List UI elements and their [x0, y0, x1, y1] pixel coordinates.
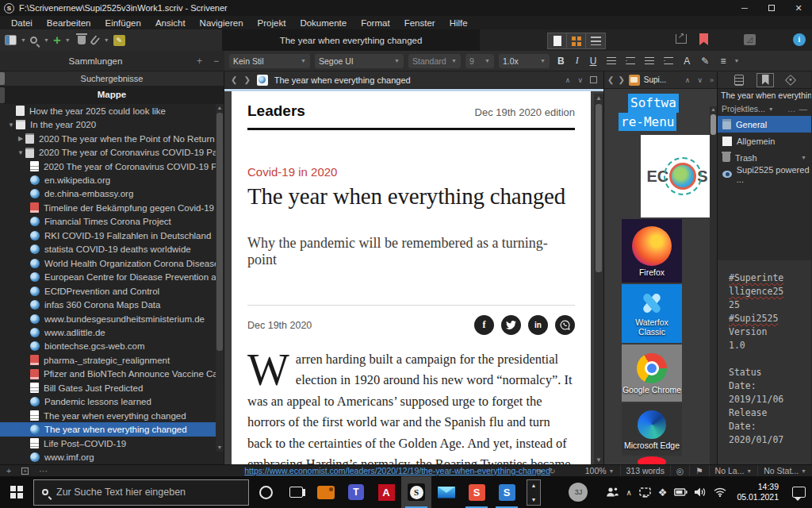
twitter-icon[interactable]	[501, 315, 521, 335]
firefox-desktop-icon[interactable]: Firefox	[622, 219, 682, 283]
collection-tab-icon[interactable]	[0, 72, 5, 85]
list-button[interactable]: ≡	[717, 56, 729, 67]
paperclip-icon[interactable]	[90, 35, 100, 46]
scroll-up-icon[interactable]: ▲	[594, 94, 603, 102]
menu-projekt[interactable]: Projekt	[251, 18, 293, 28]
scroll-down-icon[interactable]: ▼	[594, 456, 603, 464]
menu-datei[interactable]: Datei	[5, 18, 39, 28]
binder-item[interactable]: biontechse.gcs-web.com	[0, 340, 224, 353]
search-caret[interactable]: ▼	[44, 37, 49, 43]
font-size-select[interactable]: 9▼	[465, 54, 494, 68]
align-justify-icon[interactable]	[645, 57, 654, 64]
outline-view-button[interactable]	[586, 33, 605, 48]
highlight-pen-button[interactable]: ✎	[698, 56, 712, 67]
video-app-icon[interactable]	[311, 476, 341, 508]
binder-more-icon[interactable]: ⋯	[39, 466, 48, 475]
opera-taskbar-icon[interactable]	[251, 476, 281, 508]
paperclip-caret[interactable]: ▼	[104, 37, 109, 43]
binder-item[interactable]: Life Post–COVID-19	[0, 437, 224, 450]
zoom-select[interactable]: 100%▼	[580, 465, 620, 476]
volume-icon[interactable]	[695, 487, 707, 497]
target-icon[interactable]: ◎	[670, 465, 689, 476]
collapse-up-icon[interactable]: ∧	[685, 76, 691, 84]
user-avatar[interactable]: 3J	[569, 483, 588, 502]
binder-item[interactable]: Bill Gates Just Predicted	[0, 381, 224, 394]
menu-ansicht[interactable]: Ansicht	[149, 18, 192, 28]
binder-item[interactable]: ▼2020 The year of Coronavirus COVID-19 P…	[0, 145, 224, 159]
start-button[interactable]	[0, 476, 33, 508]
scapple-icon[interactable]: S	[492, 476, 522, 508]
scrivener-taskbar-icon[interactable]: S	[401, 476, 431, 508]
whatsapp-icon[interactable]	[555, 315, 575, 335]
binder-toggle-icon[interactable]	[5, 35, 17, 45]
binder-item[interactable]: en.wikipedia.org	[0, 173, 224, 187]
search-icon[interactable]	[30, 37, 37, 44]
binder-toggle-caret[interactable]: ▼	[21, 37, 26, 43]
font-variant-select[interactable]: Standard▼	[408, 54, 461, 68]
your-phone-icon[interactable]	[639, 487, 651, 498]
snapshot-icon[interactable]: ◿	[744, 34, 756, 45]
opera-desktop-icon[interactable]	[622, 457, 682, 464]
collection-add-button[interactable]: +	[191, 56, 208, 67]
chevron-right-icon[interactable]: ▶	[16, 135, 25, 142]
more-options-icon[interactable]: …	[787, 104, 796, 114]
sublime-icon[interactable]: S	[462, 476, 492, 508]
more-chevrons-icon[interactable]: »	[710, 76, 714, 84]
scroll-up-icon[interactable]: ▲	[216, 104, 224, 112]
binder-item[interactable]: infas 360 Corona Maps Data	[0, 298, 224, 311]
open-external-icon[interactable]: ↪	[536, 467, 542, 475]
compose-icon[interactable]: ✎	[113, 35, 125, 46]
align-left-icon[interactable]	[607, 57, 616, 64]
share-icon[interactable]: ↗	[676, 34, 687, 44]
label-select[interactable]: No La...▼	[709, 465, 758, 476]
taskbar-search-input[interactable]: Zur Suche Text hier eingeben	[33, 479, 249, 506]
document-view-button[interactable]	[548, 33, 567, 48]
status-select[interactable]: No Stat...▼	[757, 465, 812, 476]
reload-icon[interactable]: ↻	[549, 467, 555, 475]
binder-item[interactable]: How the year 2025 could look like	[0, 104, 224, 117]
back-icon[interactable]: ❮	[231, 75, 237, 84]
binder-item[interactable]: ECfDPrevention and Control	[0, 284, 224, 298]
metadata-tab-icon[interactable]	[785, 74, 796, 85]
italic-button[interactable]: I	[573, 55, 582, 67]
search-results-collection[interactable]: Suchergebnisse	[0, 71, 224, 86]
collection-remove-button[interactable]: −	[208, 56, 224, 67]
notes-tab-icon[interactable]	[734, 75, 744, 86]
split-view-icon[interactable]	[590, 76, 597, 83]
project-bookmarks-label[interactable]: Projektles...	[722, 104, 765, 114]
bookmark-item-allgemein[interactable]: Allgemein	[718, 133, 811, 149]
menu-einfügen[interactable]: Einfügen	[98, 18, 147, 28]
line-spacing-select[interactable]: 1.0x▼	[499, 54, 550, 68]
mail-icon[interactable]	[431, 476, 462, 508]
scroll-up-icon[interactable]: ▲	[710, 106, 717, 112]
flag-icon[interactable]: ⚑	[689, 465, 708, 476]
binder-item[interactable]: Timeline der Bekämpfung gegen Covid-19	[0, 201, 224, 214]
binder-item[interactable]: European Centre for Disease Prevention a…	[0, 270, 224, 283]
binder-item[interactable]: de.china-embassy.org	[0, 187, 224, 201]
add-folder-icon[interactable]: +	[21, 468, 29, 475]
binder-folder-header[interactable]: Mappe	[0, 86, 224, 104]
list-caret[interactable]: ▼	[733, 58, 739, 64]
scrollbar-thumb[interactable]	[216, 113, 223, 351]
clock[interactable]: 14:39 05.01.2021	[737, 482, 779, 502]
binder-item[interactable]: statista COVID-19 deaths worldwide	[0, 243, 224, 256]
binder-item[interactable]: The year when everything changed	[0, 409, 224, 422]
binder-item[interactable]: 2020 The year of Coronavirus COVID-19 Pa…	[0, 160, 224, 173]
collapse-icon[interactable]: —	[799, 104, 808, 114]
binder-item[interactable]: ▼In the year 2020	[0, 117, 224, 131]
binder-scrollbar[interactable]: ▲ ▼	[216, 104, 224, 452]
text-color-button[interactable]: A	[680, 56, 693, 67]
font-select[interactable]: Segoe UI▼	[315, 54, 404, 68]
forward-icon[interactable]: ❯	[618, 75, 624, 84]
minimize-button[interactable]: ─	[731, 0, 758, 16]
binder-item[interactable]: RKI COVID-19 Fallzahlen in Deutschland	[0, 229, 224, 242]
source-url-link[interactable]: https://www.economist.com/leaders/2020/1…	[244, 466, 550, 475]
align-center-icon[interactable]	[626, 57, 635, 64]
trash-icon[interactable]	[78, 36, 86, 44]
binder-item[interactable]: The year when everything changed	[0, 422, 224, 436]
underline-button[interactable]: U	[587, 56, 600, 67]
linkedin-icon[interactable]: in	[528, 315, 548, 335]
close-button[interactable]: ✕	[785, 0, 812, 16]
maximize-button[interactable]	[758, 0, 785, 16]
binder-item[interactable]: ▶2020 The year when the Point of No Retu…	[0, 132, 224, 145]
